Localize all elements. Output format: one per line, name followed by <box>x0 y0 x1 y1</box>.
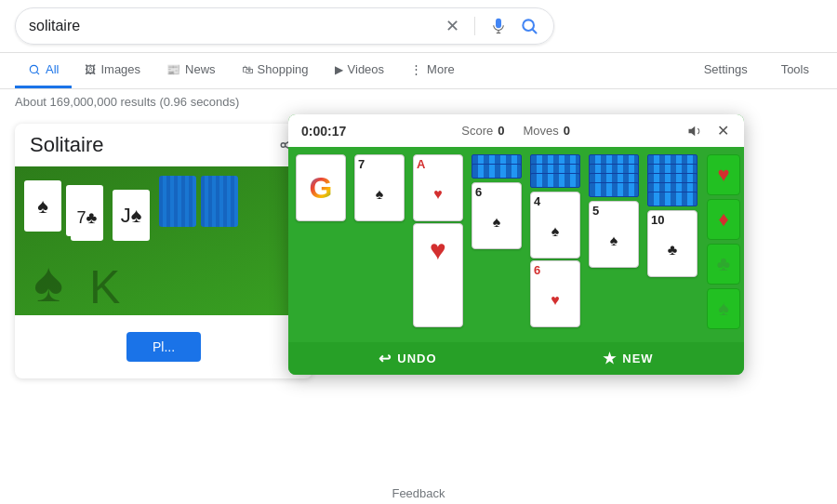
card-rank: A <box>417 158 459 170</box>
deck-column: G <box>294 154 348 327</box>
mic-icon <box>490 18 507 34</box>
game-playing-area: G 7 ♠ A ♥ ♥ <box>288 147 744 351</box>
tools-label: Tools <box>781 62 809 76</box>
card-suit: ♠ <box>592 217 635 264</box>
google-deck-card[interactable]: G <box>296 154 346 221</box>
images-tab-icon: 🖼 <box>85 63 96 76</box>
face-down-card <box>589 182 639 197</box>
undo-button[interactable]: ↩ UNDO <box>379 350 436 367</box>
search-icons: ✕ <box>444 14 540 38</box>
svg-marker-11 <box>689 126 696 136</box>
suit-pile-diamonds[interactable]: ♦ <box>707 199 740 240</box>
tab-images[interactable]: 🖼 Images <box>72 53 153 88</box>
card-rank: 4 <box>534 195 577 207</box>
moves-value: 0 <box>564 124 570 138</box>
card-rank: 7 <box>358 158 401 170</box>
tab-shopping[interactable]: 🛍 Shopping <box>229 53 322 88</box>
solitaire-play-area: Pl... <box>15 315 312 378</box>
solitaire-result-card: Solitaire ♠ K♥ J♠ 7♣ ♠ <box>15 124 312 378</box>
solitaire-preview-image: ♠ K♥ J♠ 7♣ ♠ K <box>15 166 312 315</box>
score-value: 0 <box>498 124 504 138</box>
tab-videos-label: Videos <box>348 62 385 76</box>
tab-news[interactable]: 📰 News <box>153 53 229 88</box>
tab-more-label: More <box>427 62 455 76</box>
suit-piles: ♥ ♦ ♣ ♠ <box>707 154 740 329</box>
card-column-5: 5 ♠ <box>587 154 641 327</box>
stacked-cards-3 <box>472 154 522 179</box>
stacked-cards-6 <box>647 154 698 206</box>
header: ✕ <box>0 0 837 53</box>
undo-label: UNDO <box>397 351 436 365</box>
news-tab-icon: 📰 <box>166 63 180 76</box>
results-count: About 169,000,000 results (0.96 seconds) <box>15 95 239 109</box>
close-game-button[interactable]: ✕ <box>715 120 731 141</box>
stacked-cards-4 <box>530 154 580 188</box>
tools-link[interactable]: Tools <box>768 53 822 88</box>
moves-stat: Moves 0 <box>523 124 570 138</box>
search-bar: ✕ <box>15 7 554 45</box>
solitaire-title-text: Solitaire <box>30 133 103 157</box>
card-column-2: A ♥ ♥ <box>411 154 465 327</box>
card-column-3: 6 ♠ <box>470 154 524 327</box>
results-info: About 169,000,000 results (0.96 seconds) <box>0 89 837 114</box>
card-big-heart: ♥ <box>417 227 459 266</box>
svg-point-7 <box>281 143 286 148</box>
card-suit: ♠ <box>475 198 518 245</box>
card-4-spades[interactable]: 4 ♠ <box>530 192 580 259</box>
moves-label: Moves <box>523 124 558 138</box>
game-overlay: 0:00:17 Score 0 Moves 0 ✕ <box>288 114 744 375</box>
card-rank: 6 <box>475 186 518 198</box>
videos-tab-icon: ▶ <box>335 63 343 76</box>
card-A-hearts[interactable]: A ♥ <box>413 154 463 221</box>
suit-pile-hearts[interactable]: ♥ <box>707 154 740 195</box>
star-icon: ★ <box>603 350 617 367</box>
face-down-card <box>647 192 698 206</box>
google-search-button[interactable] <box>518 15 540 37</box>
card-column-1: 7 ♠ <box>352 154 406 327</box>
svg-line-5 <box>36 72 38 73</box>
card-hearts-big[interactable]: ♥ <box>413 223 463 327</box>
sound-button[interactable] <box>685 121 706 141</box>
card-suit: ♣ <box>651 226 694 273</box>
new-label: NEW <box>622 351 653 365</box>
play-label: Pl... <box>153 339 175 354</box>
suit-pile-spades[interactable]: ♠ <box>707 288 740 329</box>
svg-line-3 <box>533 30 537 33</box>
card-columns: G 7 ♠ A ♥ ♥ <box>294 154 699 327</box>
card-6-hearts[interactable]: 6 ♥ <box>530 260 580 327</box>
card-suit: ♠ <box>534 207 577 255</box>
card-rank: 6 <box>534 264 577 276</box>
suit-pile-clubs[interactable]: ♣ <box>707 244 740 285</box>
score-label: Score <box>461 124 493 138</box>
card-rank: 5 <box>592 205 635 217</box>
search-input[interactable] <box>29 18 444 34</box>
tab-more[interactable]: ⋮ More <box>397 53 468 88</box>
tab-all-label: All <box>46 62 59 76</box>
new-game-button[interactable]: ★ NEW <box>603 350 653 367</box>
game-footer: ↩ UNDO ★ NEW <box>288 342 744 375</box>
tab-news-label: News <box>185 62 216 76</box>
card-column-6: 10 ♣ <box>645 154 699 327</box>
voice-search-button[interactable] <box>488 16 509 36</box>
face-down-card <box>530 173 580 188</box>
main-content: Solitaire ♠ K♥ J♠ 7♣ ♠ <box>0 114 837 388</box>
card-5-spades[interactable]: 5 ♠ <box>589 201 639 268</box>
card-column-4: 4 ♠ 6 ♥ <box>528 154 582 327</box>
card-10-clubs[interactable]: 10 ♣ <box>647 210 698 277</box>
search-tab-icon <box>28 63 41 76</box>
settings-label: Settings <box>704 62 748 76</box>
game-controls: ✕ <box>685 120 731 141</box>
tab-shopping-label: Shopping <box>258 62 309 76</box>
face-down-card <box>472 164 522 179</box>
card-rank: 10 <box>651 214 694 226</box>
tab-all[interactable]: All <box>15 53 72 88</box>
settings-link[interactable]: Settings <box>691 53 761 88</box>
play-button[interactable]: Pl... <box>126 332 201 362</box>
tab-videos[interactable]: ▶ Videos <box>322 53 398 88</box>
card-6-spades[interactable]: 6 ♠ <box>472 182 522 249</box>
clear-search-button[interactable]: ✕ <box>444 14 461 38</box>
feedback-bar: Feedback <box>0 486 837 500</box>
sound-icon <box>687 123 704 139</box>
feedback-link[interactable]: Feedback <box>392 486 445 500</box>
card-7-spades[interactable]: 7 ♠ <box>354 154 405 221</box>
